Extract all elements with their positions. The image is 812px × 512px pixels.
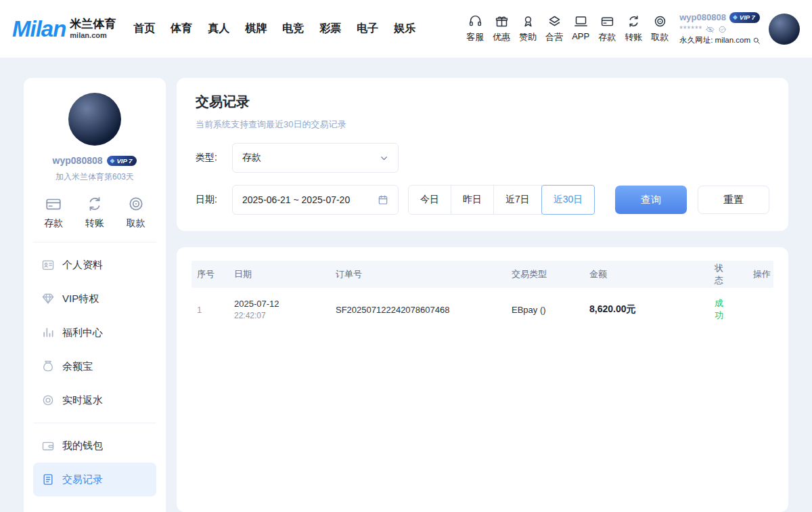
col-action: 操作 bbox=[729, 268, 776, 280]
col-date: 日期 bbox=[229, 268, 330, 280]
topbar-action-label: 优惠 bbox=[493, 31, 510, 43]
sidebar-menu-secondary: 我的钱包 交易记录 bbox=[33, 423, 156, 502]
sidebar-item-vip[interactable]: VIP特权 bbox=[33, 282, 156, 316]
col-order-no: 订单号 bbox=[330, 268, 506, 280]
sidebar-item-label: 余额宝 bbox=[62, 360, 93, 373]
wallet-icon bbox=[41, 439, 55, 452]
refresh-circle-icon[interactable] bbox=[718, 25, 727, 34]
wallet-icon bbox=[45, 195, 62, 213]
range-7days-button[interactable]: 近7日 bbox=[493, 185, 542, 215]
date-filter-row: 日期: 2025-06-21 ~ 2025-07-20 今日 昨日 近7日 近3… bbox=[196, 185, 769, 215]
chevron-down-icon bbox=[380, 154, 388, 163]
type-select[interactable]: 存款 bbox=[232, 143, 399, 173]
withdraw-icon bbox=[653, 14, 667, 28]
topbar-action-label: 转账 bbox=[625, 31, 642, 43]
sidebar-username: wyp080808 bbox=[53, 155, 103, 166]
date-range-input[interactable]: 2025-06-21 ~ 2025-07-20 bbox=[232, 185, 399, 215]
sidebar-avatar[interactable] bbox=[68, 93, 121, 146]
type-filter-row: 类型: 存款 bbox=[196, 143, 769, 173]
quick-range-group: 今日 昨日 近7日 近30日 bbox=[408, 185, 595, 215]
nav-item-sports[interactable]: 体育 bbox=[171, 22, 192, 36]
sidebar-item-transactions[interactable]: 交易记录 bbox=[33, 463, 156, 496]
row-date: 2025-07-12 22:42:07 bbox=[229, 299, 330, 320]
username: wyp080808 bbox=[679, 12, 726, 24]
topbar-action-deposit[interactable]: 存款 bbox=[598, 14, 616, 43]
topbar-action-support[interactable]: 客服 bbox=[466, 14, 484, 43]
sidebar-quick-actions: 存款 转账 取款 bbox=[33, 195, 156, 242]
vip-label: VIP 7 bbox=[116, 157, 132, 165]
topbar-action-label: 存款 bbox=[598, 31, 616, 43]
filter-card: 交易记录 当前系统支持查询最近30日的交易记录 类型: 存款 日期: 2025-… bbox=[177, 78, 788, 231]
topbar-action-withdraw[interactable]: 取款 bbox=[651, 14, 669, 43]
quick-action-transfer[interactable]: 转账 bbox=[85, 195, 104, 230]
topbar-action-app[interactable]: APP bbox=[572, 14, 589, 43]
reset-button[interactable]: 重置 bbox=[698, 186, 769, 214]
transactions-table-card: 序号 日期 订单号 交易类型 金额 状态 操作 1 2025-07-12 22:… bbox=[177, 247, 788, 512]
user-info[interactable]: wyp080808 ◆VIP 7 ****** 永久网址: milan.com bbox=[679, 12, 761, 45]
sidebar-item-label: 福利中心 bbox=[62, 326, 103, 339]
col-amount: 金额 bbox=[584, 268, 709, 280]
date-label: 日期: bbox=[196, 194, 232, 206]
topbar-action-sponsor[interactable]: 赞助 bbox=[519, 14, 537, 43]
quick-action-withdraw[interactable]: 取款 bbox=[127, 195, 145, 230]
nav-item-slots[interactable]: 电子 bbox=[357, 22, 378, 36]
page-subtitle: 当前系统支持查询最近30日的交易记录 bbox=[196, 119, 769, 131]
sidebar-item-rebate[interactable]: 实时返水 bbox=[33, 383, 156, 417]
sidebar-item-yuebao[interactable]: 余额宝 bbox=[33, 349, 156, 383]
quick-action-deposit[interactable]: 存款 bbox=[44, 195, 63, 230]
range-yesterday-button[interactable]: 昨日 bbox=[451, 185, 494, 215]
gift-icon bbox=[495, 14, 509, 28]
calendar-icon bbox=[378, 194, 388, 205]
sidebar-join-text: 加入米兰体育第603天 bbox=[33, 171, 156, 183]
nav-item-live[interactable]: 真人 bbox=[208, 22, 229, 36]
brand-logo-script: Milan bbox=[12, 16, 66, 42]
topbar-action-label: 赞助 bbox=[519, 31, 537, 43]
row-date-day: 2025-07-12 bbox=[234, 299, 325, 309]
vip-badge: ◆VIP 7 bbox=[729, 12, 760, 23]
document-icon bbox=[41, 473, 55, 486]
nav-item-entertainment[interactable]: 娱乐 bbox=[394, 22, 415, 36]
magnifier-icon[interactable] bbox=[752, 37, 761, 45]
transfer-icon bbox=[627, 14, 641, 28]
sidebar-item-benefits[interactable]: 福利中心 bbox=[33, 316, 156, 349]
topbar-action-transfer[interactable]: 转账 bbox=[625, 14, 642, 43]
nav-item-lottery[interactable]: 彩票 bbox=[319, 22, 341, 36]
range-today-button[interactable]: 今日 bbox=[408, 185, 451, 215]
main-content: 交易记录 当前系统支持查询最近30日的交易记录 类型: 存款 日期: 2025-… bbox=[177, 78, 788, 512]
type-label: 类型: bbox=[196, 152, 232, 164]
col-status: 状态 bbox=[709, 262, 729, 286]
col-type: 交易类型 bbox=[506, 268, 584, 280]
topbar-action-partner[interactable]: 合营 bbox=[545, 14, 563, 43]
col-index: 序号 bbox=[191, 268, 229, 280]
topbar: Milan 米兰体育 milan.com 首页 体育 真人 棋牌 电竞 彩票 电… bbox=[0, 0, 812, 58]
sidebar-item-profile[interactable]: 个人资料 bbox=[33, 248, 156, 282]
nav-item-home[interactable]: 首页 bbox=[133, 22, 155, 36]
brand-text: 米兰体育 milan.com bbox=[70, 18, 116, 39]
eye-off-icon[interactable] bbox=[706, 25, 715, 34]
avatar[interactable] bbox=[769, 14, 800, 45]
main-nav: 首页 体育 真人 棋牌 电竞 彩票 电子 娱乐 bbox=[133, 22, 415, 36]
topbar-action-label: 客服 bbox=[466, 31, 484, 43]
range-30days-button[interactable]: 近30日 bbox=[541, 185, 595, 215]
brand-name: 米兰体育 bbox=[70, 18, 116, 31]
row-order-no: SF202507122242078607468 bbox=[330, 305, 506, 315]
transfer-icon bbox=[86, 195, 104, 213]
quick-action-label: 转账 bbox=[85, 217, 104, 230]
gem-icon bbox=[41, 292, 55, 305]
laptop-icon bbox=[574, 14, 588, 28]
row-status: 成功 bbox=[709, 297, 729, 322]
page-body: wyp080808 ◆VIP 7 加入米兰体育第603天 存款 转账 bbox=[0, 58, 812, 512]
nav-item-esports[interactable]: 电竞 bbox=[282, 22, 304, 36]
brand-domain: milan.com bbox=[70, 31, 116, 39]
nav-item-cards[interactable]: 棋牌 bbox=[245, 22, 267, 36]
topbar-action-label: 取款 bbox=[651, 31, 669, 43]
ticket-icon bbox=[547, 14, 562, 28]
type-select-value: 存款 bbox=[242, 152, 261, 164]
coin-icon bbox=[41, 393, 55, 407]
query-button[interactable]: 查询 bbox=[615, 186, 687, 214]
brand-logo[interactable]: Milan 米兰体育 milan.com bbox=[12, 16, 116, 42]
sidebar-item-wallet[interactable]: 我的钱包 bbox=[33, 429, 156, 463]
headset-icon bbox=[468, 14, 482, 28]
row-date-time: 22:42:07 bbox=[234, 311, 325, 320]
topbar-action-promo[interactable]: 优惠 bbox=[493, 14, 510, 43]
